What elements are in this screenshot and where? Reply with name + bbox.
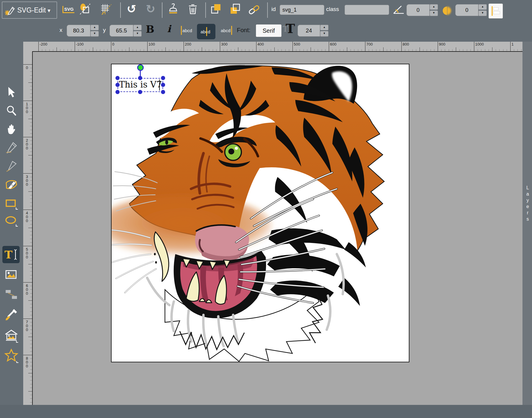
id-field[interactable]	[280, 5, 324, 15]
canvas-region-border	[32, 51, 33, 405]
spinner-down[interactable]: ▼	[90, 31, 99, 37]
selection-handle-sw[interactable]	[115, 90, 120, 94]
svg-source-icon: SVG	[62, 6, 75, 13]
x-field[interactable]	[67, 25, 90, 37]
tool-line[interactable]	[4, 158, 19, 174]
selection-handle-n[interactable]	[138, 76, 142, 80]
anchor-sample: abcd	[182, 28, 193, 33]
tool-text[interactable]: T	[2, 246, 20, 263]
angle-tool	[392, 4, 405, 17]
tool-rectangle[interactable]	[4, 196, 19, 211]
text-toolbar: x ▲ ▼ y ▲ ▼ B i abcd abcd abcd Font: Ser…	[0, 20, 532, 42]
image-icon	[4, 268, 18, 282]
move-to-top-button[interactable]	[209, 2, 223, 15]
spinner-down[interactable]: ▼	[430, 10, 438, 16]
selection-handle-s[interactable]	[138, 90, 142, 94]
redo-button[interactable]: ↻	[144, 2, 157, 15]
text-tool-glyph: T	[4, 248, 12, 261]
tool-path[interactable]	[4, 177, 19, 193]
drawing-area	[112, 64, 409, 362]
spinner-down[interactable]: ▼	[478, 10, 487, 16]
align-button[interactable]	[489, 4, 503, 18]
id-label: id	[271, 6, 276, 13]
anchor-middle-bar-icon	[206, 27, 207, 36]
redo-icon: ↻	[146, 2, 155, 15]
tool-eyedropper[interactable]	[4, 307, 19, 322]
move-to-bottom-button[interactable]	[229, 2, 242, 15]
selection-handle-e[interactable]	[161, 83, 165, 87]
spinner-down[interactable]: ▼	[133, 31, 142, 37]
text-anchor-end-button[interactable]: abcd	[220, 26, 232, 35]
source-view-button[interactable]: SVG	[62, 3, 75, 16]
hand-icon	[5, 123, 18, 136]
blur-tool	[440, 4, 453, 17]
move-bottom-icon	[229, 2, 242, 15]
selection-handle-ne[interactable]	[161, 76, 165, 80]
move-top-icon	[209, 2, 223, 15]
make-link-button[interactable]	[248, 3, 261, 16]
anchor-sample: abcd	[200, 29, 211, 34]
tool-shape-library[interactable]	[4, 328, 19, 343]
angle-spinner: ▲ ▼	[430, 4, 438, 16]
star-icon	[4, 348, 19, 363]
tool-ellipse[interactable]	[4, 213, 19, 228]
clone-button[interactable]	[167, 3, 180, 16]
blur-spinner: ▲ ▼	[478, 4, 487, 16]
class-field[interactable]	[345, 5, 389, 15]
delete-button[interactable]	[186, 2, 199, 15]
spinner-up[interactable]: ▲	[133, 25, 142, 30]
spinner-up[interactable]: ▲	[320, 25, 328, 30]
font-size-field[interactable]	[298, 25, 320, 37]
bottom-toolbar: 61.0 ▲ ▼ ▼ ▲ ▼	[0, 405, 532, 418]
class-label: class	[326, 6, 339, 13]
font-family-value: Serif	[262, 27, 275, 34]
main-toolbar: SVG-Edit ▼ SVG	[0, 0, 532, 20]
selection-handle-se[interactable]	[161, 90, 165, 94]
align-left-icon	[490, 5, 501, 17]
tool-pan[interactable]	[4, 121, 19, 137]
tool-image[interactable]	[4, 267, 19, 283]
app-menu-button[interactable]: SVG-Edit ▼	[2, 1, 57, 19]
document-properties-button[interactable]	[79, 2, 92, 15]
y-field[interactable]	[109, 25, 133, 37]
app-menu-arrow-icon: ▼	[48, 9, 50, 13]
spinner-up[interactable]: ▲	[478, 4, 487, 10]
ellipse-icon	[4, 213, 18, 228]
undo-icon: ↺	[127, 2, 136, 15]
bold-button[interactable]: B	[146, 23, 154, 35]
font-label: Font:	[237, 27, 251, 34]
spinner-up[interactable]: ▲	[430, 4, 438, 10]
editor-preferences-button[interactable]	[99, 2, 112, 15]
angle-field[interactable]	[406, 4, 430, 16]
trash-icon	[186, 2, 199, 15]
y-spinner: ▲ ▼	[133, 25, 142, 37]
toolbar-separator	[267, 2, 268, 18]
selection-handle-w[interactable]	[115, 83, 120, 87]
tool-star[interactable]	[4, 348, 19, 363]
tool-connector[interactable]	[4, 287, 19, 302]
select-arrow-icon	[5, 86, 18, 99]
spinner-up[interactable]: ▲	[90, 25, 99, 30]
blur-field[interactable]	[455, 4, 478, 16]
canvas-page[interactable]: This is V7	[111, 64, 409, 362]
selection-handle-nw[interactable]	[115, 76, 120, 80]
spinner-down[interactable]: ▼	[320, 31, 328, 37]
eyedropper-icon	[4, 308, 18, 322]
rotate-handle[interactable]	[137, 64, 144, 71]
toolbar-separator	[162, 2, 162, 18]
document-properties-icon	[79, 2, 92, 16]
rectangle-icon	[4, 196, 18, 211]
undo-button[interactable]: ↺	[125, 2, 138, 15]
tool-zoom[interactable]	[4, 103, 19, 118]
ruler-corner	[23, 42, 32, 52]
font-family-button[interactable]: Serif	[256, 24, 281, 37]
tool-select[interactable]	[4, 85, 19, 100]
magnifier-icon	[5, 104, 18, 117]
tool-pencil[interactable]	[4, 140, 19, 155]
text-anchor-start-button[interactable]: abcd	[181, 26, 193, 35]
text-anchor-middle-button[interactable]: abcd	[200, 27, 211, 36]
layers-panel-toggle[interactable]: Layers	[522, 42, 532, 405]
italic-button[interactable]: i	[167, 23, 171, 35]
canvas-text-element[interactable]: This is V7	[119, 79, 162, 90]
text-cursor-icon	[13, 249, 18, 261]
